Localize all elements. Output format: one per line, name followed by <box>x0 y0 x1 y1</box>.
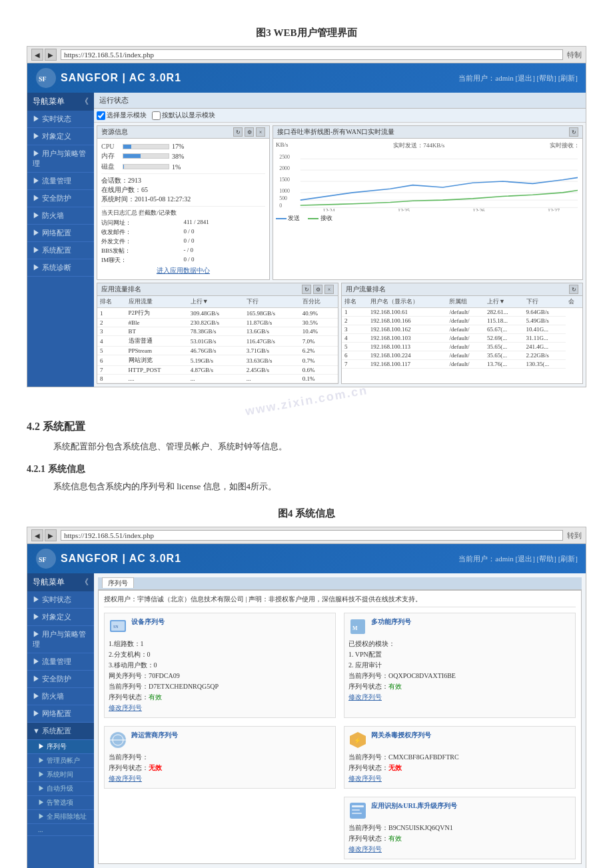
app-url-modify[interactable]: 修改序列号 <box>348 844 571 855</box>
fig4-sidebar-object[interactable]: ▶ 对象定义 <box>27 609 94 626</box>
fig4-url-bar[interactable]: https://192.168.5.51/index.php <box>61 530 563 541</box>
multi-module1: 1. VPN配置 <box>348 649 571 660</box>
table-row: 8..........0.1% <box>97 375 338 383</box>
chart-area: KB/s 实时发送：744KB/s 实时接收： 2500 2000 1500 <box>273 139 582 205</box>
mem-label: 内存 <box>101 151 120 161</box>
multi-modify-row[interactable]: 修改序列号 <box>348 692 571 703</box>
app-rank-close[interactable]: × <box>324 285 334 294</box>
col-download: 下行 <box>524 296 566 308</box>
multi-serial-title: 多功能序列号 <box>371 617 411 627</box>
svg-text:12:27: 12:27 <box>548 208 560 211</box>
panel-settings-icon[interactable]: ⚙ <box>245 127 254 137</box>
browser-actions: 特制 <box>567 50 582 60</box>
select-modules-checkbox[interactable] <box>97 111 105 120</box>
fig4-sidebar-user[interactable]: ▶ 用户与策略管理 <box>27 626 94 653</box>
traffic-chart-svg: 2500 2000 1500 1000 500 0 <box>276 151 580 211</box>
antivirus-serial-header: ⚡ 网关杀毒授权序列号 <box>348 731 571 749</box>
sidebar-item-sysdiag[interactable]: ▶ 系统诊断 <box>27 259 94 277</box>
sidebar-item-label: ▶ 用户与策略管理 <box>33 149 89 169</box>
default-modules-checkbox[interactable] <box>152 111 161 120</box>
svg-text:M: M <box>352 625 358 631</box>
section421-title: 4.2.1 系统信息 <box>27 463 586 475</box>
sidebar-item-sysconfig[interactable]: ▶ 系统配置 <box>27 242 94 259</box>
svg-text:2000: 2000 <box>279 165 290 171</box>
cross-modify[interactable]: 修改序列号 <box>109 773 331 784</box>
fig4-sub-autoupgrade[interactable]: ▶ 自动升级 <box>27 782 94 796</box>
col-upload[interactable]: 上行▼ <box>484 296 524 308</box>
im-label: IM聊天： <box>101 256 183 265</box>
traffic-panel: 接口吞吐率折线图-所有WAN口实时流量 ↻ KB/s 实时发送：744KB/s … <box>273 125 583 280</box>
mem-value: 38% <box>172 153 184 160</box>
fig4-sidebar-traffic[interactable]: ▶ 流量管理 <box>27 653 94 671</box>
sidebar-item-firewall[interactable]: ▶ 防火墙 <box>27 207 94 225</box>
fig4-sidebar-sysconfig[interactable]: ▼ 系统配置 <box>27 723 94 740</box>
traffic-refresh-icon[interactable]: ↻ <box>569 127 578 137</box>
fig4-tab-serial[interactable]: 序列号 <box>102 577 134 588</box>
fig4-sub-more[interactable]: ... <box>27 824 94 836</box>
fig4-sidebar-network[interactable]: ▶ 网络配置 <box>27 705 94 723</box>
page-container: 图3 WEB用户管理界面 ◀ ▶ https://192.168.5.51/in… <box>0 0 613 868</box>
back-button[interactable]: ◀ <box>31 49 43 61</box>
user-rank-refresh[interactable]: ↻ <box>569 285 578 294</box>
checkbox-default-modules[interactable]: 按默认以显示模块 <box>152 111 215 120</box>
legend-send-line <box>276 218 287 219</box>
table-row: 1P2P行为309.48GB/s165.98GB/s40.9% <box>97 308 338 319</box>
main-content: 运行状态 选择显示模块 按默认以显示模块 <box>94 93 586 387</box>
fig4-forward-button[interactable]: ▶ <box>45 529 57 541</box>
sidebar-item-user-policy[interactable]: ▶ 用户与策略管理 <box>27 145 94 173</box>
av-modify[interactable]: 修改序列号 <box>348 773 571 784</box>
cross-serial-icon <box>109 731 127 749</box>
cpu-value: 17% <box>172 143 184 150</box>
kb-unit: KB/s <box>276 141 289 150</box>
fig4-sidebar-security[interactable]: ▶ 安全防护 <box>27 671 94 688</box>
col-upload[interactable]: 上行▼ <box>188 296 244 308</box>
app-rank-settings[interactable]: ⚙ <box>313 285 322 294</box>
resource-stats: 会话数：2913 在线用户数：65 系统时间：2011-05-08 12:27:… <box>101 173 265 204</box>
user-rank-icons: ↻ <box>569 285 578 294</box>
cross-serial-card: 跨运营商序列号 当前序列号： 序列号状态：无效 <box>104 726 336 789</box>
fig4-back-button[interactable]: ◀ <box>31 529 43 541</box>
today-log: 当天日志汇总 拦截数/记录数 访问网址： 411 / 2841 收发邮件： 0 … <box>101 206 265 277</box>
panel-close-icon[interactable]: × <box>256 127 265 137</box>
data-center-link[interactable]: 进入应用数据中心 <box>101 265 265 277</box>
sidebar-item-object[interactable]: ▶ 对象定义 <box>27 128 94 145</box>
fig4-sub-serial[interactable]: ▶ 序列号 <box>27 740 94 754</box>
svg-text:SF: SF <box>39 75 47 83</box>
checkbox-select-modules[interactable]: 选择显示模块 <box>97 111 147 120</box>
sidebar-item-traffic[interactable]: ▶ 流量管理 <box>27 173 94 190</box>
url-bar[interactable]: https://192.168.5.51/index.php <box>61 49 563 60</box>
fig4-sidebar-collapse[interactable]: 《 <box>81 577 89 588</box>
ext-val: 0 / 0 <box>184 237 266 246</box>
table-row: 2192.168.100.166/default/115.18...5.49GB… <box>342 317 582 325</box>
system-time-row: 系统时间：2011-05-08 12:27:32 <box>101 195 265 204</box>
forward-button[interactable]: ▶ <box>45 49 57 61</box>
fig4-sidebar: 导航菜单 《 ▶ 实时状态 ▶ 对象定义 ▶ 用户与策略管理 ▶ 流量管理 <box>27 573 94 868</box>
sidebar-collapse-icon[interactable]: 《 <box>81 96 89 107</box>
fig4-app-container: SF SANGFOR | AC 3.0R1 当前用户：admin [退出] [帮… <box>27 544 586 868</box>
app-rank-refresh[interactable]: ↻ <box>302 285 311 294</box>
disk-value: 1% <box>172 163 181 171</box>
cross-cur-serial: 当前序列号： <box>109 752 331 763</box>
fig4-sidebar-firewall[interactable]: ▶ 防火墙 <box>27 688 94 705</box>
fig4-sidebar-realtime[interactable]: ▶ 实时状态 <box>27 591 94 609</box>
sidebar-item-network[interactable]: ▶ 网络配置 <box>27 225 94 242</box>
traffic-panel-header: 接口吞吐率折线图-所有WAN口实时流量 ↻ <box>273 126 582 139</box>
fig4-app-header: SF SANGFOR | AC 3.0R1 当前用户：admin [退出] [帮… <box>27 544 586 573</box>
sidebar-header: 导航菜单 《 <box>27 93 94 111</box>
modify-link-row[interactable]: 修改序列号 <box>109 703 331 713</box>
cpu-progress-fill <box>123 145 131 149</box>
fig4-sub-alert[interactable]: ▶ 告警选项 <box>27 796 94 810</box>
table-row: 2#Ble230.82GB/s11.87GB/s30.5% <box>97 319 338 327</box>
panel-refresh-icon[interactable]: ↻ <box>233 127 243 137</box>
mem-progress-fill <box>123 154 141 158</box>
fig4-sub-exclude[interactable]: ▶ 全局排除地址 <box>27 810 94 824</box>
logo-text: SANGFOR | AC 3.0R1 <box>61 72 181 84</box>
sidebar-item-security[interactable]: ▶ 安全防护 <box>27 190 94 207</box>
col-rank: 排名 <box>342 296 368 308</box>
fig4-sub-admin[interactable]: ▶ 管理员帐户 <box>27 754 94 768</box>
fig4-sub-time[interactable]: ▶ 系统时间 <box>27 768 94 782</box>
sidebar-item-realtime[interactable]: ▶ 实时状态 <box>27 111 94 128</box>
antivirus-body: 当前序列号：CMXCBF8GAFBDFTRC 序列号状态：无效 修改序列号 <box>348 752 571 784</box>
resource-panel-title: 资源信息 <box>101 127 128 137</box>
legend-send: 发送 <box>276 214 300 223</box>
